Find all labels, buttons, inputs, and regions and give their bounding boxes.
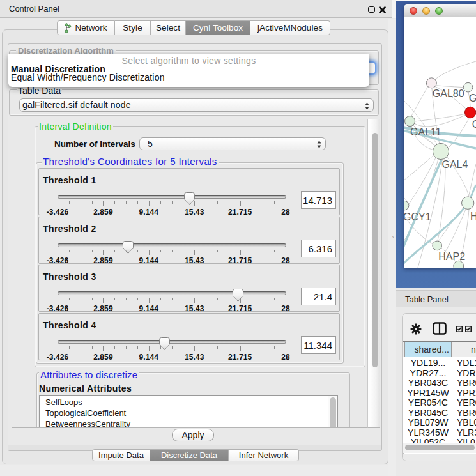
svg-text:CY: CY — [472, 119, 476, 130]
svg-text:GAL4: GAL4 — [442, 159, 468, 170]
svg-text:HAP2: HAP2 — [438, 251, 465, 262]
svg-text:GAL: GAL — [469, 93, 476, 104]
svg-text:GCY1: GCY1 — [404, 211, 431, 222]
svg-text:H: H — [470, 211, 476, 222]
svg-text:GAL80: GAL80 — [433, 88, 464, 99]
svg-text:GAL11: GAL11 — [410, 127, 441, 137]
